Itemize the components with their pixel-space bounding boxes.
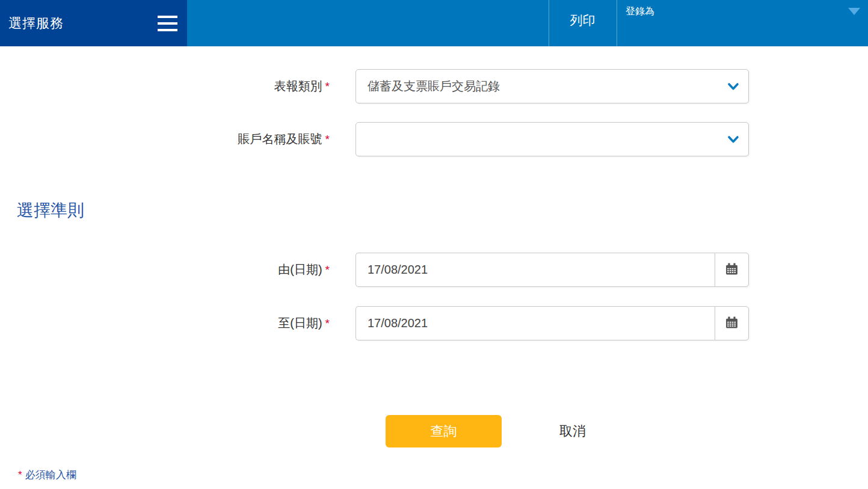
from-date-input[interactable]	[356, 253, 715, 287]
report-type-select[interactable]: 儲蓄及支票賬戶交易記錄	[356, 69, 749, 103]
login-as-label: 登錄為	[626, 5, 654, 18]
required-asterisk: *	[325, 80, 330, 93]
report-type-label: 表報類別*	[0, 78, 330, 94]
required-asterisk: *	[325, 317, 330, 330]
service-menu-bar: 選擇服務	[0, 0, 187, 46]
form-actions: 查詢 取消	[386, 415, 868, 447]
chevron-down-icon	[848, 8, 860, 24]
required-note-text: 必須輸入欄	[25, 469, 76, 481]
cancel-button[interactable]: 取消	[559, 422, 586, 440]
menu-button[interactable]	[158, 16, 177, 31]
report-type-selected-value: 儲蓄及支票賬戶交易記錄	[368, 78, 500, 94]
account-row: 賬戶名稱及賬號*	[0, 122, 868, 156]
print-button[interactable]: 列印	[549, 0, 617, 46]
to-date-input[interactable]	[356, 306, 715, 340]
service-title: 選擇服務	[8, 14, 64, 32]
from-date-label: 由(日期)*	[0, 262, 330, 278]
calendar-icon	[725, 263, 738, 277]
from-date-row: 由(日期)*	[0, 253, 868, 287]
required-field-note: *必須輸入欄	[18, 468, 868, 482]
account-select[interactable]	[356, 122, 749, 156]
chevron-down-icon	[727, 82, 739, 91]
to-date-row: 至(日期)*	[0, 306, 868, 340]
hamburger-icon	[158, 16, 177, 31]
required-asterisk: *	[18, 469, 22, 481]
user-menu-toggle[interactable]	[848, 15, 860, 24]
criteria-section-heading: 選擇準則	[17, 199, 868, 222]
to-date-label: 至(日期)*	[0, 315, 330, 331]
account-label: 賬戶名稱及賬號*	[0, 131, 330, 147]
required-asterisk: *	[325, 133, 330, 146]
report-type-row: 表報類別* 儲蓄及支票賬戶交易記錄	[0, 69, 868, 103]
header-toolbar: 列印 登錄為	[187, 0, 868, 46]
to-date-calendar-button[interactable]	[715, 306, 749, 340]
header-divider	[617, 0, 617, 46]
required-asterisk: *	[325, 263, 330, 276]
from-date-calendar-button[interactable]	[715, 253, 749, 287]
calendar-icon	[725, 316, 738, 331]
submit-button[interactable]: 查詢	[386, 415, 502, 447]
chevron-down-icon	[727, 135, 739, 144]
top-header: 選擇服務 列印 登錄為	[0, 0, 868, 46]
